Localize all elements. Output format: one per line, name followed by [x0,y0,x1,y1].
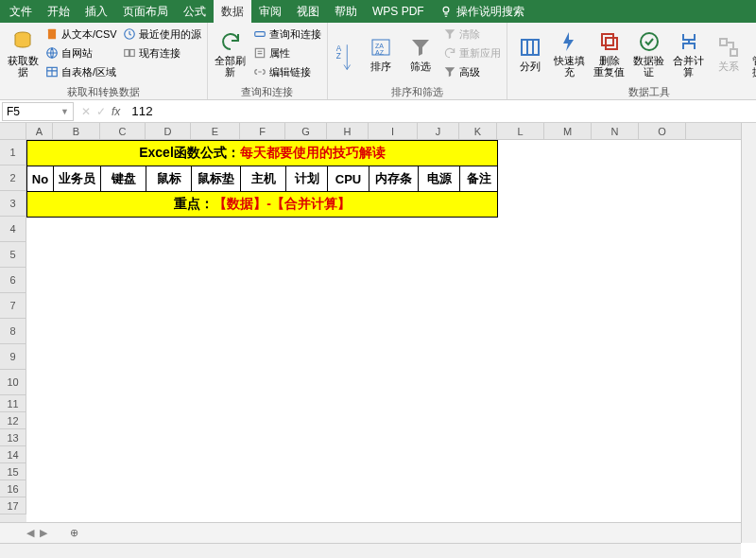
queries-connections-button[interactable]: 查询和连接 [251,25,323,44]
col-header-F[interactable]: F [240,123,285,139]
row-header-17[interactable]: 17 [0,497,26,514]
row-header-13[interactable]: 13 [0,429,26,446]
row-header-11[interactable]: 11 [0,395,26,412]
from-table-button[interactable]: 自表格/区域 [43,62,119,81]
col-header-O[interactable]: O [639,123,686,139]
col-header-L[interactable]: L [497,123,544,139]
consolidate-button[interactable]: 合并计算 [670,25,708,83]
row-headers[interactable]: 1234567891011121314151617 [0,140,26,537]
col-header-A[interactable]: A [26,123,53,139]
from-text-csv-button[interactable]: 从文本/CSV [43,25,119,44]
recent-sources-button[interactable]: 最近使用的源 [121,25,203,44]
tell-me-search[interactable]: 操作说明搜索 [439,4,524,20]
row-header-16[interactable]: 16 [0,480,26,497]
row-header-2[interactable]: 2 [0,166,26,191]
tab-nav-prev-icon[interactable]: ◀ [26,527,34,539]
svg-rect-2 [48,29,56,40]
footer-cell[interactable]: 重点：【数据】-【合并计算】 [27,192,498,218]
row-header-5[interactable]: 5 [0,242,26,268]
properties-button[interactable]: 属性 [251,44,323,62]
col-header-G[interactable]: G [285,123,327,139]
row-header-14[interactable]: 14 [0,446,26,463]
spreadsheet-grid[interactable]: ABCDEFGHIJKLMNO 123456789101112131415161… [0,123,756,537]
col-header-B[interactable]: B [53,123,100,139]
row-header-15[interactable]: 15 [0,463,26,480]
menu-data[interactable]: 数据 [214,0,251,24]
sort-button[interactable]: ZAAZ 排序 [362,25,400,83]
edit-links-button[interactable]: 编辑链接 [251,62,323,81]
connection-icon [123,46,136,60]
table-header-cell[interactable]: 计划 [286,166,328,192]
refresh-all-button[interactable]: 全部刷新 [212,25,249,83]
get-data-button[interactable]: 获取数 据 [4,25,42,83]
title-cell[interactable]: Excel函数公式：每天都要使用的技巧解读 [27,141,498,166]
col-header-C[interactable]: C [100,123,146,139]
table-header-cell[interactable]: 鼠标 [146,166,192,192]
columns-icon [519,36,541,59]
row-header-12[interactable]: 12 [0,412,26,429]
col-header-E[interactable]: E [191,123,240,139]
svg-point-18 [641,33,658,50]
enter-icon[interactable]: ✓ [96,105,106,118]
col-header-D[interactable]: D [146,123,191,139]
menu-formulas[interactable]: 公式 [176,0,214,24]
remove-duplicates-button[interactable]: 删除 重复值 [591,25,628,83]
tab-nav-next-icon[interactable]: ▶ [40,527,47,539]
menu-help[interactable]: 帮助 [327,0,365,24]
menu-file[interactable]: 文件 [2,0,40,24]
existing-connections-button[interactable]: 现有连接 [121,44,203,62]
name-box[interactable]: F5 ▼ [2,102,74,121]
row-header-7[interactable]: 7 [0,293,26,319]
data-validation-button[interactable]: 数据验 证 [630,25,668,83]
col-header-M[interactable]: M [544,123,592,139]
cancel-icon[interactable]: ✕ [81,105,91,118]
sort-az-button[interactable]: AZ [332,25,360,83]
horizontal-scrollbar[interactable] [0,543,741,558]
row-header-1[interactable]: 1 [0,140,26,166]
row-header-10[interactable]: 10 [0,370,26,395]
menu-wpspdf[interactable]: WPS PDF [365,1,432,22]
filter-button[interactable]: 筛选 [402,25,439,83]
menu-insert[interactable]: 插入 [77,0,115,24]
cells-area[interactable]: Excel函数公式：每天都要使用的技巧解读 No业务员键盘鼠标鼠标垫主机计划CP… [26,140,756,537]
menu-pagelayout[interactable]: 页面布局 [115,0,176,24]
table-header-cell[interactable]: 内存条 [369,166,419,192]
advanced-filter-button[interactable]: 高级 [441,62,503,81]
menu-home[interactable]: 开始 [40,0,77,24]
vertical-scrollbar[interactable] [741,123,756,543]
col-header-H[interactable]: H [327,123,369,139]
col-header-K[interactable]: K [459,123,497,139]
col-header-J[interactable]: J [418,123,459,139]
column-headers[interactable]: ABCDEFGHIJKLMNO [26,123,756,140]
reapply-button[interactable]: 重新应用 [441,44,503,62]
row-header-4[interactable]: 4 [0,217,26,242]
manage-data-model-button[interactable]: 管理数 据模型 [749,25,756,83]
fx-icon[interactable]: fx [112,105,120,118]
menu-review[interactable]: 审阅 [251,0,289,24]
text-to-columns-button[interactable]: 分列 [511,25,549,83]
table-header-cell[interactable]: 键盘 [101,166,146,192]
table-header-cell[interactable]: 电源 [419,166,460,192]
new-sheet-button[interactable]: ⊕ [64,525,84,541]
row-header-3[interactable]: 3 [0,191,26,217]
table-header-cell[interactable]: CPU [328,166,369,192]
menu-view[interactable]: 视图 [289,0,327,24]
row-header-8[interactable]: 8 [0,319,26,344]
ribbon-group-sort-filter: AZ ZAAZ 排序 筛选 清除 重新应用 高级 排序和筛选 [328,23,507,99]
relationships-button[interactable]: 关系 [710,25,747,83]
from-web-button[interactable]: 自网站 [43,44,119,62]
col-header-I[interactable]: I [369,123,418,139]
row-header-6[interactable]: 6 [0,268,26,293]
formula-input[interactable] [126,102,756,120]
table-header-cell[interactable]: 主机 [241,166,286,192]
clear-filter-button[interactable]: 清除 [441,25,503,44]
col-header-N[interactable]: N [592,123,639,139]
row-header-9[interactable]: 9 [0,344,26,370]
table-header-cell[interactable]: 备注 [460,166,498,192]
svg-rect-17 [606,38,617,49]
table-header-cell[interactable]: 业务员 [54,166,101,192]
flash-fill-button[interactable]: 快速填充 [551,25,589,83]
select-all-corner[interactable] [0,123,26,140]
table-header-cell[interactable]: No [27,166,54,192]
table-header-cell[interactable]: 鼠标垫 [192,166,241,192]
